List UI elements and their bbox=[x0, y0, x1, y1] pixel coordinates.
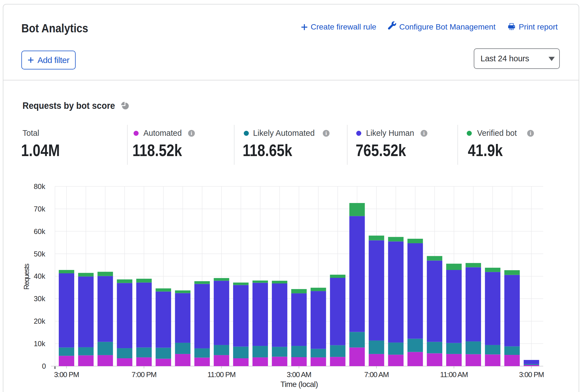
svg-text:20k: 20k bbox=[34, 317, 45, 325]
svg-text:70k: 70k bbox=[34, 205, 45, 213]
svg-text:7:00 AM: 7:00 AM bbox=[364, 370, 389, 379]
svg-text:3:00 PM: 3:00 PM bbox=[519, 370, 544, 379]
svg-text:60k: 60k bbox=[34, 227, 45, 235]
svg-text:30k: 30k bbox=[34, 295, 45, 303]
svg-text:Requests: Requests bbox=[22, 264, 30, 290]
svg-text:10k: 10k bbox=[34, 340, 45, 348]
svg-text:40k: 40k bbox=[34, 272, 45, 280]
svg-text:7:00 PM: 7:00 PM bbox=[132, 370, 156, 379]
svg-text:50k: 50k bbox=[34, 250, 45, 258]
svg-text:80k: 80k bbox=[34, 183, 45, 190]
svg-text:11:00 AM: 11:00 AM bbox=[440, 370, 468, 379]
svg-text:3:00 AM: 3:00 AM bbox=[287, 370, 311, 379]
svg-text:0: 0 bbox=[42, 362, 46, 370]
svg-text:11:00 PM: 11:00 PM bbox=[207, 370, 236, 379]
svg-text:3:00 PM: 3:00 PM bbox=[54, 370, 79, 379]
svg-text:Time (local): Time (local) bbox=[280, 380, 318, 389]
